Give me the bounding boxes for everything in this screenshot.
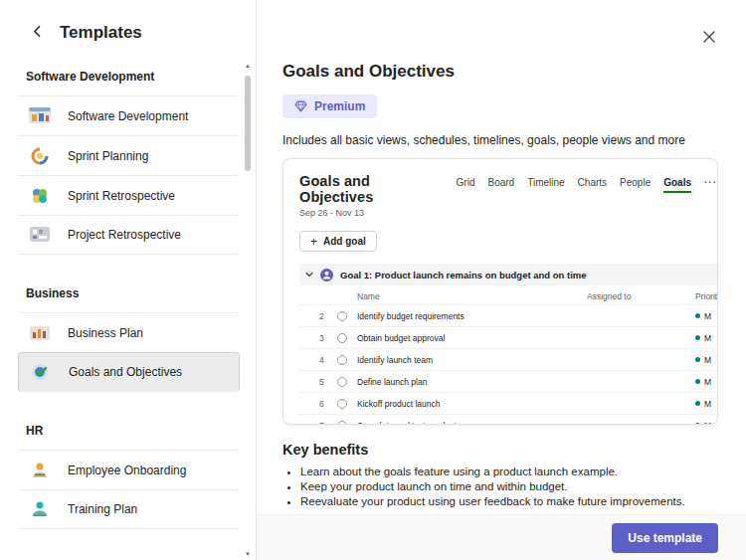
plus-icon: + bbox=[310, 237, 317, 247]
task-priority: M bbox=[695, 311, 711, 321]
priority-dot-icon bbox=[695, 423, 700, 425]
more-tabs-icon[interactable]: ··· bbox=[704, 177, 717, 191]
column-header-name: Name bbox=[357, 291, 380, 301]
preview-date-range: Sep 26 - Nov 13 bbox=[299, 208, 437, 218]
sprint-planning-icon bbox=[26, 144, 54, 168]
template-description: Includes all basic views, schedules, tim… bbox=[282, 133, 718, 147]
scroll-down-icon[interactable]: ▼ bbox=[245, 550, 251, 558]
tab-timeline[interactable]: Timeline bbox=[527, 177, 564, 191]
sidebar-item-project-retrospective[interactable]: Project Retrospective bbox=[18, 215, 240, 255]
training-plan-icon bbox=[26, 497, 54, 521]
table-row[interactable]: 6 Kickoff product launch M bbox=[299, 393, 717, 415]
benefit-item: Reevaluate your product using user feedb… bbox=[300, 495, 718, 507]
section-heading: Business bbox=[18, 277, 240, 312]
task-checkbox[interactable] bbox=[337, 399, 347, 409]
table-row[interactable]: 4 Identify launch team M bbox=[299, 349, 717, 371]
sidebar-item-sprint-planning[interactable]: Sprint Planning bbox=[18, 135, 240, 175]
section-heading: HR bbox=[18, 414, 240, 450]
tab-board[interactable]: Board bbox=[488, 177, 515, 191]
software-development-icon bbox=[26, 104, 54, 128]
row-number: 2 bbox=[319, 311, 337, 321]
scroll-up-icon[interactable]: ▲ bbox=[245, 62, 251, 70]
priority-dot-icon bbox=[695, 335, 700, 340]
premium-badge: Premium bbox=[282, 94, 377, 118]
priority-label: M bbox=[704, 333, 711, 343]
row-number: 4 bbox=[319, 355, 337, 365]
grid-column-headers: Name Assigned to Priorit bbox=[299, 285, 717, 305]
task-name: Obtain budget approval bbox=[357, 333, 445, 343]
task-checkbox[interactable] bbox=[337, 333, 347, 343]
task-name: Kickoff product launch bbox=[357, 399, 440, 409]
table-row[interactable]: 2 Identify budget requirements M bbox=[299, 305, 717, 327]
detail-title: Goals and Objectives bbox=[282, 62, 718, 82]
sidebar-item-label: Software Development bbox=[68, 109, 188, 123]
section-software-development: Software Development Software Developmen… bbox=[18, 60, 240, 255]
dialog-footer: Use template bbox=[257, 514, 746, 560]
key-benefits-title: Key benefits bbox=[282, 442, 718, 458]
row-number: 3 bbox=[319, 333, 337, 343]
task-checkbox[interactable] bbox=[337, 421, 347, 426]
tab-goals[interactable]: Goals bbox=[663, 177, 691, 193]
task-checkbox[interactable] bbox=[337, 377, 347, 387]
task-checkbox[interactable] bbox=[337, 311, 347, 321]
use-template-button[interactable]: Use template bbox=[612, 523, 718, 553]
close-button[interactable] bbox=[698, 26, 720, 51]
employee-onboarding-icon bbox=[26, 459, 54, 482]
back-button[interactable] bbox=[28, 22, 47, 44]
sidebar-item-goals-and-objectives[interactable]: Goals and Objectives bbox=[18, 352, 240, 392]
chevron-down-icon bbox=[305, 271, 313, 279]
template-preview-card: Goals and Objectives Sep 26 - Nov 13 Gri… bbox=[282, 158, 718, 425]
sidebar-item-training-plan[interactable]: Training Plan bbox=[18, 489, 240, 529]
benefit-item: Learn about the goals feature using a pr… bbox=[300, 466, 718, 477]
sidebar-header: Templates bbox=[0, 22, 256, 44]
priority-dot-icon bbox=[695, 379, 700, 384]
add-goal-button[interactable]: + Add goal bbox=[299, 231, 377, 252]
priority-label: M bbox=[704, 421, 711, 426]
preview-tabs: Grid Board Timeline Charts People Goals … bbox=[457, 177, 717, 193]
sidebar-item-employee-onboarding[interactable]: Employee Onboarding bbox=[18, 450, 240, 489]
table-row[interactable]: 7 Complete and test product M bbox=[299, 415, 717, 425]
sidebar-item-sprint-retrospective[interactable]: Sprint Retrospective bbox=[18, 175, 240, 215]
table-row[interactable]: 5 Define launch plan M bbox=[299, 371, 717, 393]
priority-label: M bbox=[704, 355, 711, 365]
template-detail-panel: Goals and Objectives Premium Includes al… bbox=[257, 0, 746, 560]
task-priority: M bbox=[695, 333, 711, 343]
goal-icon bbox=[320, 269, 333, 281]
task-checkbox[interactable] bbox=[337, 355, 347, 365]
sidebar-item-business-plan[interactable]: Business Plan bbox=[18, 312, 240, 352]
column-header-assigned-to: Assigned to bbox=[587, 291, 631, 301]
task-priority: M bbox=[695, 399, 711, 409]
detail-content: Goals and Objectives Premium Includes al… bbox=[257, 0, 746, 514]
scrollbar-thumb[interactable] bbox=[245, 76, 251, 171]
add-goal-label: Add goal bbox=[323, 236, 366, 247]
sidebar-item-label: Goals and Objectives bbox=[69, 365, 182, 379]
priority-label: M bbox=[704, 311, 711, 321]
tab-charts[interactable]: Charts bbox=[578, 177, 607, 191]
goals-and-objectives-icon bbox=[27, 360, 55, 384]
sidebar-scrollbar[interactable]: ▲ ▼ bbox=[242, 62, 254, 558]
priority-dot-icon bbox=[695, 313, 700, 318]
task-priority: M bbox=[695, 421, 711, 426]
task-name: Identify budget requirements bbox=[357, 311, 465, 321]
sidebar: Templates Software Development Software … bbox=[0, 0, 257, 560]
section-heading: Software Development bbox=[18, 60, 240, 95]
section-business: Business Business Plan Goals and Objecti… bbox=[18, 277, 240, 392]
row-number: 5 bbox=[319, 377, 337, 387]
priority-dot-icon bbox=[695, 357, 700, 362]
priority-dot-icon bbox=[695, 401, 700, 406]
task-name: Define launch plan bbox=[357, 377, 427, 387]
tab-grid[interactable]: Grid bbox=[457, 177, 475, 191]
table-row[interactable]: 3 Obtain budget approval M bbox=[299, 327, 717, 349]
goal-header-label: Goal 1: Product launch remains on budget… bbox=[340, 270, 587, 280]
goal-group-header[interactable]: Goal 1: Product launch remains on budget… bbox=[299, 264, 717, 285]
sidebar-item-label: Business Plan bbox=[68, 326, 143, 340]
tab-people[interactable]: People bbox=[620, 177, 651, 191]
preview-header: Goals and Objectives Sep 26 - Nov 13 Gri… bbox=[299, 173, 717, 218]
chevron-left-icon bbox=[30, 24, 45, 42]
template-list: Software Development Software Developmen… bbox=[0, 60, 256, 529]
task-name: Complete and test product bbox=[357, 421, 457, 426]
task-priority: M bbox=[695, 355, 711, 365]
preview-title-block: Goals and Objectives Sep 26 - Nov 13 bbox=[299, 173, 437, 218]
sidebar-item-software-development[interactable]: Software Development bbox=[18, 95, 240, 135]
row-number: 6 bbox=[319, 399, 337, 409]
